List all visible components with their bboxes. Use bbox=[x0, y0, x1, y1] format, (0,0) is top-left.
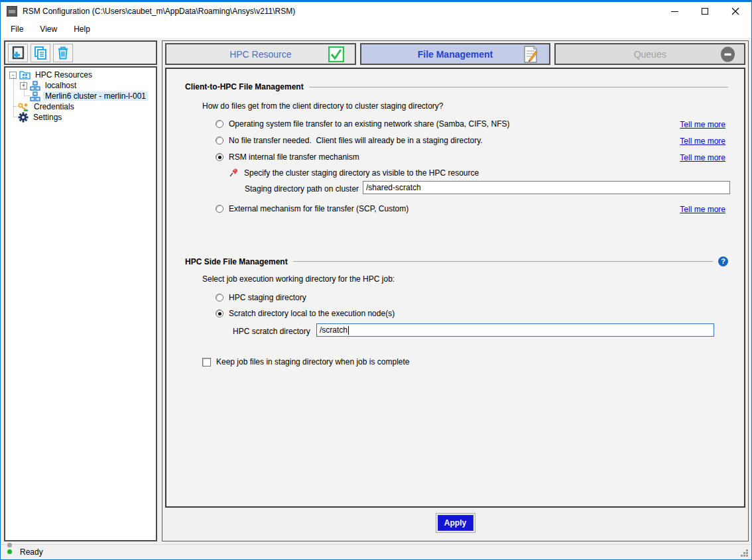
radio-hpc-staging-directory[interactable]: HPC staging directory bbox=[216, 293, 306, 302]
radio-os-file-transfer[interactable]: Operating system file transfer to an exi… bbox=[216, 119, 510, 129]
tree-item-credentials[interactable]: Credentials bbox=[5, 101, 156, 112]
client-section-header: Client-to-HPC File Management bbox=[185, 82, 728, 91]
apply-button-frame: Apply bbox=[436, 513, 475, 533]
tree-item-label: HPC Resources bbox=[33, 70, 94, 80]
tree-item-merlin6-cluster[interactable]: Merlin6 cluster - merlin-l-001 bbox=[5, 91, 156, 101]
tell-me-more-link-4[interactable]: Tell me more bbox=[680, 205, 725, 214]
credentials-icon bbox=[18, 102, 29, 112]
tree-connector bbox=[13, 117, 19, 117]
green-check-icon bbox=[328, 46, 344, 62]
text-caret bbox=[348, 326, 349, 335]
cluster-icon bbox=[30, 81, 40, 91]
radio-scratch-directory[interactable]: Scratch directory local to the execution… bbox=[216, 309, 395, 318]
menu-help[interactable]: Help bbox=[66, 22, 97, 36]
resource-toolbar bbox=[4, 40, 157, 65]
window-controls bbox=[659, 2, 751, 21]
rsm-configuration-window: RSM Configuration (C:\Users\caubet_m\App… bbox=[0, 0, 752, 560]
tab-file-management[interactable]: File Management bbox=[360, 43, 551, 65]
tell-me-more-link-2[interactable]: Tell me more bbox=[680, 137, 725, 146]
status-bar: Ready bbox=[1, 544, 751, 559]
client-section-question: How do files get from the client directo… bbox=[202, 101, 444, 111]
menu-view[interactable]: View bbox=[32, 22, 64, 36]
pushpin-icon bbox=[229, 168, 239, 178]
tree-item-hpc-resources[interactable]: - HPC Resources bbox=[5, 70, 156, 80]
delete-resource-button[interactable] bbox=[53, 44, 73, 62]
section-title: HPC Side File Management bbox=[185, 257, 288, 266]
minimize-button[interactable] bbox=[659, 2, 690, 21]
close-button[interactable] bbox=[720, 2, 751, 21]
tab-label: Queues bbox=[634, 49, 666, 60]
menu-bar: File View Help bbox=[1, 21, 751, 38]
section-divider bbox=[293, 261, 713, 262]
tree-item-label: Credentials bbox=[32, 102, 76, 111]
radio-label: External mechanism for file transfer (SC… bbox=[229, 204, 408, 213]
resource-tree: - HPC Resources + localhost bbox=[4, 66, 157, 541]
radio-external-mechanism[interactable]: External mechanism for file transfer (SC… bbox=[216, 204, 408, 213]
close-icon bbox=[731, 7, 739, 15]
tree-item-label: Settings bbox=[31, 113, 64, 122]
radio-label: RSM internal file transfer mechanism bbox=[229, 152, 359, 162]
radio-rsm-internal-transfer[interactable]: RSM internal file transfer mechanism bbox=[216, 152, 359, 162]
minimize-icon bbox=[671, 11, 678, 12]
tree-item-label: localhost bbox=[43, 81, 78, 90]
tab-label: HPC Resource bbox=[229, 49, 291, 60]
radio-icon[interactable] bbox=[216, 205, 223, 213]
scratch-directory-label: HPC scratch directory bbox=[233, 327, 310, 336]
apply-button[interactable]: Apply bbox=[438, 515, 473, 531]
gear-icon bbox=[18, 112, 29, 123]
tree-connector bbox=[13, 77, 14, 117]
section-title: Client-to-HPC File Management bbox=[185, 82, 304, 91]
scratch-directory-input[interactable]: /scratch bbox=[316, 323, 714, 337]
resize-grip[interactable] bbox=[739, 548, 749, 557]
main-area: - HPC Resources + localhost bbox=[1, 39, 751, 544]
radio-icon[interactable] bbox=[216, 137, 223, 144]
status-indicator-green-icon bbox=[7, 549, 12, 554]
radio-label: Scratch directory local to the execution… bbox=[229, 309, 395, 318]
tree-connector bbox=[24, 77, 25, 95]
radio-icon[interactable] bbox=[216, 120, 223, 128]
radio-icon-selected[interactable] bbox=[216, 309, 223, 317]
tell-me-more-link-3[interactable]: Tell me more bbox=[680, 153, 725, 162]
configuration-panel: HPC Resource File Management bbox=[162, 40, 749, 541]
checkbox-icon[interactable] bbox=[202, 358, 211, 366]
cluster-icon bbox=[30, 91, 40, 101]
status-text: Ready bbox=[20, 547, 43, 557]
tell-me-more-link-1[interactable]: Tell me more bbox=[680, 120, 725, 129]
radio-icon-selected[interactable] bbox=[216, 153, 223, 161]
add-resource-icon bbox=[10, 45, 26, 61]
tree-connector bbox=[24, 95, 30, 96]
tree-connector bbox=[13, 106, 19, 107]
tree-item-settings[interactable]: Settings bbox=[5, 112, 156, 123]
title-bar[interactable]: RSM Configuration (C:\Users\caubet_m\App… bbox=[1, 2, 751, 21]
radio-icon[interactable] bbox=[216, 294, 223, 302]
radio-label: HPC staging directory bbox=[229, 293, 306, 302]
maximize-button[interactable] bbox=[690, 2, 720, 21]
tree-item-label-selected: Merlin6 cluster - merlin-l-001 bbox=[43, 91, 148, 101]
edit-pencil-icon bbox=[523, 46, 538, 63]
tab-bar: HPC Resource File Management bbox=[165, 43, 745, 65]
pin-note-row: Specify the cluster staging directory as… bbox=[229, 168, 479, 178]
radio-no-file-transfer[interactable]: No file transfer needed. Client files wi… bbox=[216, 136, 483, 145]
tab-hpc-resource[interactable]: HPC Resource bbox=[165, 43, 356, 65]
add-resource-button[interactable] bbox=[8, 44, 28, 62]
scratch-directory-value: /scratch bbox=[320, 325, 347, 335]
help-icon[interactable]: ? bbox=[718, 256, 728, 266]
duplicate-icon bbox=[32, 45, 48, 61]
tab-label: File Management bbox=[418, 49, 493, 60]
pin-note-text: Specify the cluster staging directory as… bbox=[244, 168, 479, 178]
hpc-section-question: Select job execution working directory f… bbox=[202, 274, 395, 284]
staging-path-label: Staging directory path on cluster bbox=[245, 184, 359, 194]
radio-label: Operating system file transfer to an exi… bbox=[229, 119, 510, 129]
window-title: RSM Configuration (C:\Users\caubet_m\App… bbox=[23, 7, 295, 16]
staging-path-value: /shared-scratch bbox=[366, 183, 421, 192]
status-indicator-gray-icon bbox=[7, 543, 12, 547]
keep-job-files-checkbox-row[interactable]: Keep job files in staging directory when… bbox=[202, 357, 410, 366]
radio-label: No file transfer needed. Client files wi… bbox=[229, 136, 483, 145]
duplicate-resource-button[interactable] bbox=[31, 44, 50, 62]
tree-item-localhost[interactable]: + localhost bbox=[5, 80, 156, 91]
app-icon bbox=[7, 6, 17, 17]
tab-queues[interactable]: Queues bbox=[554, 43, 745, 65]
hpc-resources-folder-icon bbox=[19, 70, 31, 80]
staging-path-input[interactable]: /shared-scratch bbox=[363, 181, 730, 194]
menu-file[interactable]: File bbox=[3, 22, 31, 36]
